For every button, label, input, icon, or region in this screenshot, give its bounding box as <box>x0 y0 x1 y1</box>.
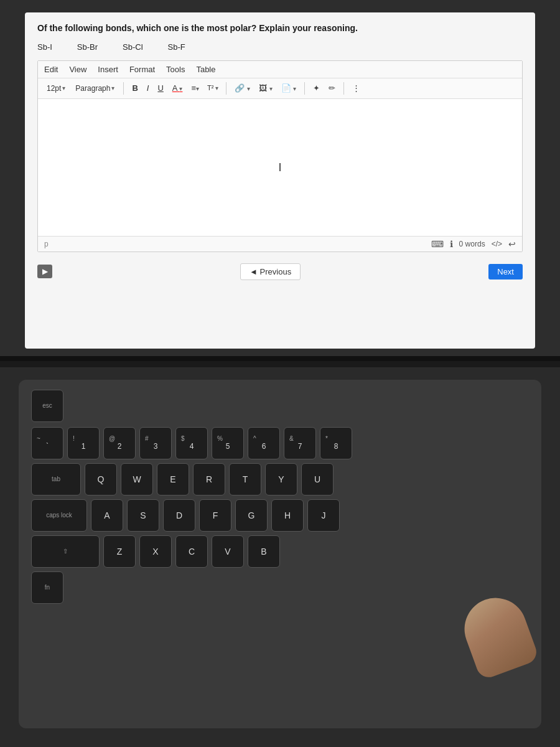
key-h[interactable]: H <box>271 499 304 532</box>
key-u[interactable]: U <box>301 463 334 496</box>
zxcv-row: ⇧ Z X C V B <box>31 535 529 568</box>
underline-button[interactable]: U <box>154 82 166 95</box>
paragraph-chevron: ▾ <box>111 85 114 92</box>
number-row: ~ ` ! 1 @ 2 # 3 $ 4 % 5 <box>31 427 529 459</box>
keyboard-inner: esc ~ ` ! 1 @ 2 # 3 $ 4 <box>19 380 541 728</box>
status-right: ⌨ ℹ 0 words </> ↩ <box>431 239 516 249</box>
sparkle-icon: ✦ <box>313 83 320 93</box>
paragraph-indicator: p <box>44 240 49 248</box>
ai-button[interactable]: ✦ <box>310 82 323 94</box>
key-3[interactable]: # 3 <box>139 427 172 459</box>
toolbar-divider-3 <box>304 82 305 95</box>
key-esc[interactable]: esc <box>31 390 63 422</box>
key-7[interactable]: & 7 <box>284 427 316 459</box>
key-5[interactable]: % 5 <box>212 427 244 459</box>
editor-body[interactable]: I <box>38 99 522 236</box>
key-a[interactable]: A <box>91 499 123 532</box>
asdf-row: caps lock A S D F G H J <box>31 499 529 532</box>
image-button[interactable]: 🖼 ▾ <box>256 82 276 94</box>
toolbar-divider-4 <box>343 82 344 95</box>
key-z[interactable]: Z <box>103 535 136 568</box>
question-text: Of the following bonds, which one is the… <box>37 22 523 35</box>
key-e[interactable]: E <box>157 463 189 496</box>
key-4[interactable]: $ 4 <box>175 427 208 459</box>
formatting-toolbar: 12pt ▾ Paragraph ▾ B I U A ▾ <box>38 78 522 99</box>
line-spacing-button[interactable]: ≡▾ <box>188 82 202 94</box>
answer-choices: Sb-I Sb-Br Sb-Cl Sb-F <box>37 42 523 52</box>
accessibility-icon: ℹ <box>450 239 453 249</box>
paragraph-style-dropdown[interactable]: Paragraph ▾ <box>72 83 118 94</box>
choice-sbcl: Sb-Cl <box>123 42 143 52</box>
key-8[interactable]: * 8 <box>320 427 352 459</box>
key-c[interactable]: C <box>175 535 208 568</box>
font-size-chevron: ▾ <box>62 85 65 92</box>
editor-container: Edit View Insert Format Tools Table 12pt… <box>37 60 523 252</box>
undo-icon[interactable]: ↩ <box>508 239 516 249</box>
screen-content: Of the following bonds, which one is the… <box>25 12 535 349</box>
next-button[interactable]: Next <box>488 264 523 280</box>
screen-area: Of the following bonds, which one is the… <box>0 0 560 361</box>
key-6[interactable]: ^ 6 <box>248 427 280 459</box>
font-size-dropdown[interactable]: 12pt ▾ <box>43 83 69 94</box>
esc-row: esc <box>31 390 529 422</box>
doc-icon: 📄 <box>281 83 291 93</box>
more-options-button[interactable]: ⋮ <box>349 82 363 94</box>
key-f[interactable]: F <box>199 499 231 532</box>
keyboard-area: esc ~ ` ! 1 @ 2 # 3 $ 4 <box>0 367 560 747</box>
key-x[interactable]: X <box>139 535 172 568</box>
menu-edit[interactable]: Edit <box>44 65 58 74</box>
keyboard-icon: ⌨ <box>431 239 444 249</box>
font-size-value: 12pt <box>47 84 61 93</box>
key-w[interactable]: W <box>121 463 153 496</box>
menu-bar: Edit View Insert Format Tools Table <box>38 61 522 78</box>
eraser-icon: ✏ <box>329 83 335 93</box>
image-icon: 🖼 <box>259 83 267 93</box>
key-j[interactable]: J <box>307 499 340 532</box>
choice-sbi: Sb-I <box>37 42 52 52</box>
key-1[interactable]: ! 1 <box>67 427 100 459</box>
key-fn[interactable]: fn <box>31 571 63 604</box>
link-button[interactable]: 🔗 ▾ <box>231 82 253 94</box>
key-shift-left[interactable]: ⇧ <box>31 535 100 568</box>
text-cursor: I <box>278 161 281 174</box>
italic-button[interactable]: I <box>144 82 152 95</box>
key-tilde-backtick[interactable]: ~ ` <box>31 427 63 459</box>
menu-insert[interactable]: Insert <box>98 65 118 74</box>
key-d[interactable]: D <box>163 499 195 532</box>
previous-button[interactable]: ◄ Previous <box>240 263 301 280</box>
choice-sbbr: Sb-Br <box>77 42 98 52</box>
bottom-row: fn <box>31 571 529 604</box>
key-t[interactable]: T <box>229 463 261 496</box>
paragraph-style-value: Paragraph <box>75 84 110 93</box>
link-icon: 🔗 <box>235 83 245 93</box>
code-view-button[interactable]: </> <box>492 240 502 248</box>
toolbar-divider-1 <box>123 82 124 95</box>
toolbar-divider-2 <box>226 82 226 95</box>
font-color-button[interactable]: A ▾ <box>169 82 186 95</box>
key-g[interactable]: G <box>235 499 268 532</box>
key-v[interactable]: V <box>212 535 244 568</box>
key-caps-lock[interactable]: caps lock <box>31 499 87 532</box>
superscript-button[interactable]: T² ▾ <box>205 83 221 93</box>
qwerty-row: tab Q W E R T Y U <box>31 463 529 496</box>
menu-table[interactable]: Table <box>196 65 215 74</box>
choice-sbf: Sb-F <box>168 42 185 52</box>
eraser-button[interactable]: ✏ <box>325 82 338 94</box>
menu-format[interactable]: Format <box>129 65 155 74</box>
doc-button[interactable]: 📄 ▾ <box>278 82 300 94</box>
key-2[interactable]: @ 2 <box>103 427 136 459</box>
key-y[interactable]: Y <box>265 463 297 496</box>
menu-view[interactable]: View <box>69 65 86 74</box>
word-count: 0 words <box>459 240 485 248</box>
more-icon: ⋮ <box>352 83 360 93</box>
key-r[interactable]: R <box>193 463 225 496</box>
key-tab[interactable]: tab <box>31 463 81 496</box>
menu-tools[interactable]: Tools <box>166 65 185 74</box>
sidebar-toggle[interactable]: ▶ <box>37 265 52 278</box>
bold-button[interactable]: B <box>129 82 141 95</box>
status-left: p <box>44 240 49 248</box>
key-q[interactable]: Q <box>85 463 117 496</box>
key-b[interactable]: B <box>248 535 280 568</box>
status-bar: p ⌨ ℹ 0 words </> ↩ <box>38 236 522 251</box>
key-s[interactable]: S <box>127 499 159 532</box>
